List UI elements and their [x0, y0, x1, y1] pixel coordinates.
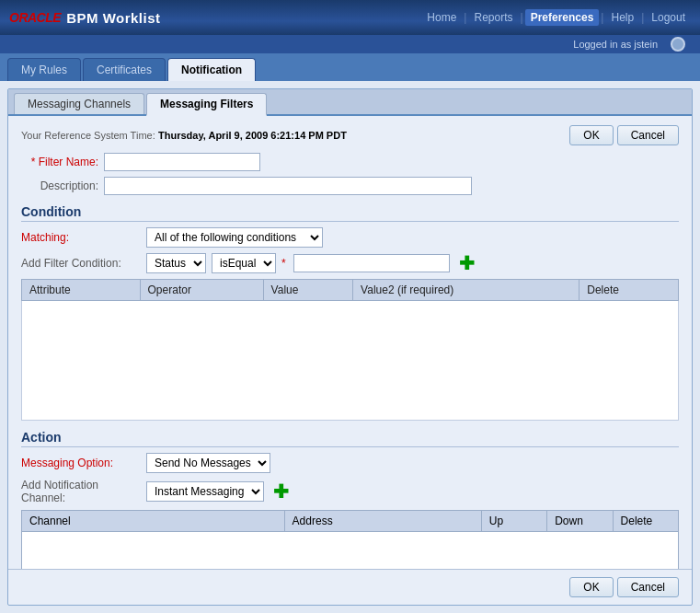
app-title: BPM Worklist: [66, 10, 160, 26]
tab-my-rules[interactable]: My Rules: [7, 58, 81, 81]
filter-name-label: * Filter Name:: [21, 156, 104, 168]
inner-tab-messaging-channels[interactable]: Messaging Channels: [14, 93, 144, 114]
messaging-option-row: Messaging Option: Send No Messages Send …: [21, 453, 679, 473]
inner-tabs: Messaging Channels Messaging Filters: [8, 89, 692, 116]
main-tabs: My Rules Certificates Notification: [0, 53, 700, 81]
channel-select[interactable]: Instant Messaging: [146, 481, 264, 502]
bottom-btn-row: OK Cancel: [8, 569, 692, 605]
action-table: Channel Address Up Down Delete: [21, 510, 679, 569]
user-icon: [671, 37, 685, 52]
messaging-option-label: Messaging Option:: [21, 457, 141, 469]
nav-reports[interactable]: Reports: [468, 9, 518, 26]
action-empty-row: [22, 532, 679, 570]
nav-help[interactable]: Help: [605, 9, 639, 26]
description-input[interactable]: [104, 177, 472, 195]
add-notification-row: Add Notification Channel: Instant Messag…: [21, 479, 679, 504]
attribute-select[interactable]: Status: [146, 253, 206, 273]
ref-time: Your Reference System Time: Thursday, Ap…: [21, 129, 347, 142]
filter-name-row: * Filter Name:: [21, 153, 679, 171]
col-delete: Delete: [580, 280, 679, 301]
condition-section-title: Condition: [21, 204, 679, 222]
content-card: Messaging Channels Messaging Filters You…: [7, 88, 693, 606]
add-filter-row: Add Filter Condition: Status isEqual * ✚: [21, 253, 679, 273]
action-section-title: Action: [21, 430, 679, 447]
description-row: Description:: [21, 177, 679, 195]
filter-value-input[interactable]: [293, 254, 450, 272]
add-condition-button[interactable]: ✚: [455, 254, 478, 272]
col-address: Address: [284, 511, 481, 532]
add-notification-label: Add Notification Channel:: [21, 479, 141, 504]
top-ok-button[interactable]: OK: [569, 125, 613, 145]
ref-time-row: Your Reference System Time: Thursday, Ap…: [21, 125, 679, 145]
description-label: Description:: [21, 179, 104, 192]
messaging-option-select[interactable]: Send No Messages Send Messages: [146, 453, 270, 473]
condition-table: Attribute Operator Value Value2 (if requ…: [21, 279, 679, 421]
ref-time-value: Thursday, April 9, 2009 6:21:14 PM PDT: [158, 130, 347, 141]
logged-in-text: Logged in as jstein: [573, 39, 658, 50]
matching-label: Matching:: [21, 231, 141, 244]
bottom-ok-button[interactable]: OK: [569, 577, 613, 597]
logo-area: ORACLE BPM Worklist: [9, 10, 161, 26]
oracle-logo: ORACLE: [9, 10, 61, 25]
app-header: ORACLE BPM Worklist Home | Reports | Pre…: [0, 0, 700, 35]
sub-header: Logged in as jstein: [0, 35, 700, 53]
col-up: Up: [481, 511, 546, 532]
condition-empty-row: [22, 301, 679, 421]
main-content: Messaging Channels Messaging Filters You…: [0, 81, 700, 613]
nav-logout[interactable]: Logout: [646, 9, 691, 26]
col-value: Value: [263, 280, 353, 301]
col-value2: Value2 (if required): [353, 280, 580, 301]
required-star: *: [281, 257, 286, 270]
inner-tab-messaging-filters[interactable]: Messaging Filters: [146, 93, 267, 116]
nav-preferences[interactable]: Preferences: [525, 9, 600, 26]
add-filter-label: Add Filter Condition:: [21, 257, 141, 270]
col-operator: Operator: [140, 280, 263, 301]
header-nav: Home | Reports | Preferences | Help | Lo…: [421, 9, 691, 26]
filter-name-input[interactable]: [104, 153, 260, 171]
col-down: Down: [547, 511, 613, 532]
col-channel: Channel: [22, 511, 285, 532]
col-attribute: Attribute: [22, 280, 141, 301]
operator-select[interactable]: isEqual: [212, 253, 276, 273]
nav-home[interactable]: Home: [421, 9, 462, 26]
ref-time-label: Your Reference System Time:: [21, 130, 155, 141]
top-btn-group: OK Cancel: [569, 125, 679, 145]
form-area: Your Reference System Time: Thursday, Ap…: [8, 116, 692, 569]
bottom-cancel-button[interactable]: Cancel: [617, 577, 679, 597]
top-cancel-button[interactable]: Cancel: [617, 125, 679, 145]
tab-notification[interactable]: Notification: [167, 58, 256, 81]
matching-select[interactable]: All of the following conditions Any of t…: [146, 227, 323, 248]
matching-row: Matching: All of the following condition…: [21, 227, 679, 248]
col-delete: Delete: [613, 511, 678, 532]
tab-certificates[interactable]: Certificates: [83, 58, 166, 81]
add-channel-button[interactable]: ✚: [270, 482, 293, 501]
